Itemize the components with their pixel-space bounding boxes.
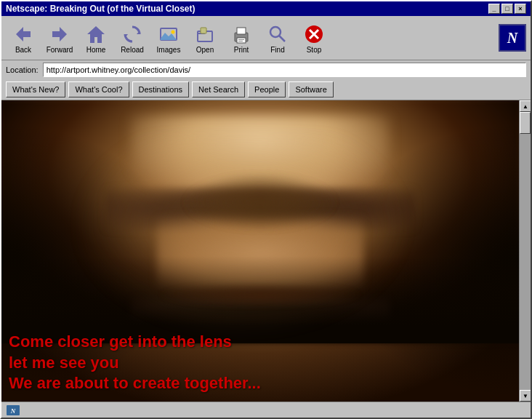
main-content: Come closer get into the lens let me see… bbox=[1, 100, 519, 402]
print-icon bbox=[231, 24, 251, 44]
svg-text:N: N bbox=[10, 407, 16, 415]
svg-rect-11 bbox=[237, 28, 246, 34]
mustache-area bbox=[157, 282, 364, 308]
stop-icon bbox=[304, 24, 324, 44]
software-button[interactable]: Software bbox=[289, 81, 333, 97]
destinations-button[interactable]: Destinations bbox=[132, 81, 190, 97]
find-icon bbox=[267, 24, 288, 44]
svg-rect-14 bbox=[238, 41, 243, 41]
svg-rect-9 bbox=[201, 28, 206, 33]
forward-icon bbox=[49, 24, 70, 44]
location-label: Location: bbox=[6, 65, 39, 74]
stop-label: Stop bbox=[307, 46, 322, 54]
home-icon bbox=[86, 24, 106, 44]
location-bar: Location: bbox=[1, 60, 531, 79]
status-bar: N bbox=[1, 402, 531, 418]
svg-point-7 bbox=[172, 30, 175, 33]
overlay-text: Come closer get into the lens let me see… bbox=[9, 332, 512, 394]
find-button[interactable]: Find bbox=[260, 19, 295, 57]
overlay-line-3: We are about to create together... bbox=[9, 373, 512, 394]
find-label: Find bbox=[270, 46, 284, 54]
svg-marker-2 bbox=[87, 26, 105, 43]
overlay-line-2: let me see you bbox=[9, 353, 512, 374]
people-button[interactable]: People bbox=[248, 81, 286, 97]
images-label: Images bbox=[157, 46, 181, 54]
window-title: Netscape: Breaking Out (of the Virtual C… bbox=[6, 4, 196, 14]
eye-shadow-right bbox=[182, 173, 338, 231]
scroll-thumb[interactable] bbox=[520, 112, 531, 134]
svg-line-16 bbox=[279, 36, 285, 41]
open-label: Open bbox=[196, 46, 214, 54]
toolbar: Back Forward Home bbox=[1, 16, 531, 60]
images-button[interactable]: Images bbox=[151, 19, 186, 57]
reload-label: Reload bbox=[121, 46, 144, 54]
overlay-line-1: Come closer get into the lens bbox=[9, 332, 512, 353]
open-button[interactable]: Open bbox=[188, 19, 222, 57]
minimize-button[interactable]: _ bbox=[488, 4, 500, 14]
svg-marker-0 bbox=[16, 27, 31, 41]
svg-marker-1 bbox=[52, 27, 67, 41]
stop-button[interactable]: Stop bbox=[297, 19, 331, 57]
svg-marker-6 bbox=[161, 33, 177, 40]
print-label: Print bbox=[234, 46, 249, 54]
browser-window: Netscape: Breaking Out (of the Virtual C… bbox=[0, 0, 532, 419]
reload-button[interactable]: Reload bbox=[115, 19, 150, 57]
svg-rect-12 bbox=[237, 38, 246, 43]
whats-cool-button[interactable]: What's Cool? bbox=[68, 81, 129, 97]
print-button[interactable]: Print bbox=[224, 19, 259, 57]
back-button[interactable]: Back bbox=[6, 19, 41, 57]
home-button[interactable]: Home bbox=[78, 19, 113, 57]
text-overlay: Come closer get into the lens let me see… bbox=[9, 332, 512, 394]
title-bar: Netscape: Breaking Out (of the Virtual C… bbox=[1, 1, 531, 16]
scroll-up-button[interactable]: ▲ bbox=[520, 100, 531, 112]
scroll-track[interactable] bbox=[520, 112, 531, 390]
forward-button[interactable]: Forward bbox=[42, 19, 77, 57]
scrollbar: ▲ ▼ bbox=[519, 100, 531, 402]
images-icon bbox=[158, 24, 179, 44]
close-button[interactable]: × bbox=[515, 4, 526, 14]
title-bar-buttons: _ □ × bbox=[488, 4, 526, 14]
nav-buttons-bar: What's New? What's Cool? Destinations Ne… bbox=[1, 79, 531, 100]
whats-new-button[interactable]: What's New? bbox=[6, 81, 65, 97]
location-input[interactable] bbox=[43, 63, 526, 77]
reload-icon bbox=[122, 24, 142, 44]
forward-label: Forward bbox=[47, 46, 73, 54]
back-label: Back bbox=[15, 46, 31, 54]
net-search-button[interactable]: Net Search bbox=[192, 81, 245, 97]
svg-rect-13 bbox=[238, 39, 244, 40]
netscape-logo: N bbox=[499, 24, 526, 52]
back-icon bbox=[13, 24, 33, 44]
home-label: Home bbox=[86, 46, 106, 54]
face-image: Come closer get into the lens let me see… bbox=[1, 100, 519, 402]
open-icon bbox=[195, 24, 215, 44]
face-texture-1 bbox=[79, 137, 441, 355]
scroll-down-button[interactable]: ▼ bbox=[520, 390, 531, 402]
content-area: Come closer get into the lens let me see… bbox=[1, 100, 531, 402]
maximize-button[interactable]: □ bbox=[501, 4, 513, 14]
netscape-status-icon: N bbox=[6, 404, 20, 416]
svg-point-15 bbox=[270, 27, 281, 37]
